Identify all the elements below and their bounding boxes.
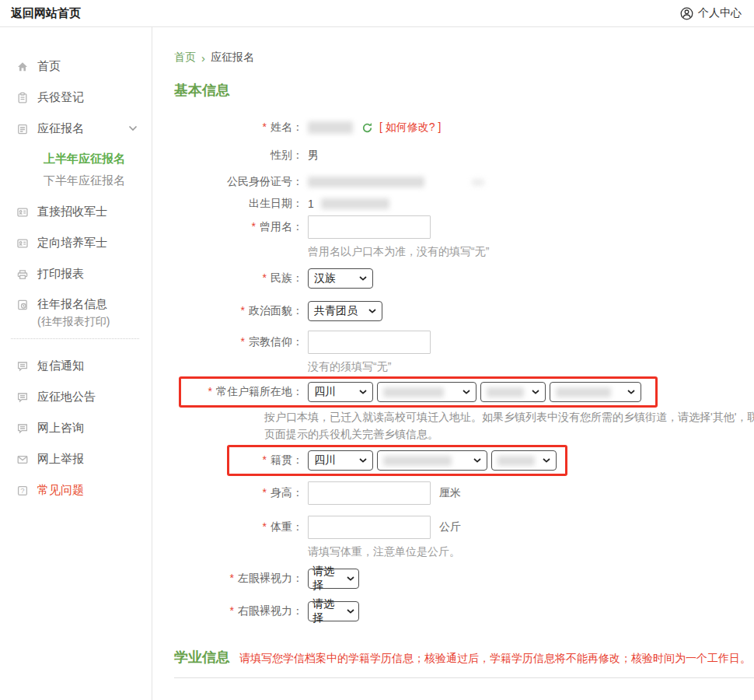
user-center-link[interactable]: 个人中心: [680, 6, 742, 20]
chevron-down-icon: [347, 576, 354, 581]
form-row-weight: *体重： 公斤: [174, 516, 754, 539]
ethnicity-selected-value: 汉族: [314, 271, 336, 285]
chevron-down-icon: [463, 390, 470, 394]
gender-label: 性别：: [174, 149, 303, 163]
printer-icon: [16, 268, 29, 281]
sidebar-item-label: 首页: [37, 59, 61, 74]
weight-input[interactable]: [308, 516, 431, 539]
back-home-link[interactable]: 返回网站首页: [11, 6, 81, 21]
sidebar-item-online-report[interactable]: 网上举报: [0, 451, 152, 467]
sidebar-item-label: 兵役登记: [37, 90, 84, 105]
form-row-residence: *常住户籍所在地： 四川: [174, 382, 754, 402]
left-vision-label: *左眼裸视力：: [174, 572, 303, 586]
political-status-selected-value: 共青团员: [314, 304, 358, 318]
breadcrumb: 首页 › 应征报名: [174, 51, 754, 65]
sidebar-item-label: 网上举报: [37, 452, 84, 467]
sidebar-item-label: 短信通知: [37, 359, 84, 373]
right-vision-select[interactable]: 请选择: [308, 601, 359, 621]
chevron-down-icon: [627, 390, 635, 394]
sidebar-item-sms-notice[interactable]: 短信通知: [0, 358, 152, 374]
height-label: *身高：: [174, 486, 303, 500]
sidebar-subitem-second-half-signup[interactable]: 下半年应征报名: [0, 173, 152, 188]
chat-bubble-icon: [16, 391, 29, 404]
clipboard-icon: [16, 92, 29, 104]
former-name-label: *曾用名：: [174, 220, 303, 234]
section-title-basic-info: 基本信息: [174, 81, 754, 100]
chat-bubble-icon: [16, 360, 29, 373]
form-row-height: *身高： 厘米: [174, 481, 754, 505]
chevron-down-icon: [543, 458, 550, 463]
native-place-label: *籍贯：: [174, 453, 303, 467]
sidebar-item-targeted-training-nco[interactable]: 定向培养军士: [0, 235, 152, 251]
residence-province-value: 四川: [314, 385, 336, 399]
left-vision-select[interactable]: 请选择: [308, 569, 359, 589]
sidebar: 首页 兵役登记 应征报名 上半年应征报名 下半年应征报名: [0, 27, 152, 700]
id-number-label: 公民身份证号：: [174, 175, 303, 189]
right-vision-placeholder: 请选择: [312, 597, 342, 625]
name-label: *姓名：: [174, 121, 303, 135]
sidebar-item-direct-recruit-nco[interactable]: 直接招收军士: [0, 204, 152, 220]
required-mark: *: [263, 121, 267, 133]
height-unit: 厘米: [439, 486, 461, 500]
sidebar-item-label: 应征地公告: [37, 390, 96, 404]
birth-date-label: 出生日期：: [174, 197, 303, 211]
religion-input[interactable]: [308, 331, 431, 354]
sidebar-item-previous-signup-info[interactable]: 往年报名信息 (往年报表打印): [0, 297, 152, 329]
how-to-modify-link[interactable]: [ 如何修改? ]: [379, 121, 441, 135]
history-document-icon: [16, 299, 29, 311]
question-icon: ?: [16, 485, 29, 497]
top-bar: 返回网站首页 个人中心: [0, 0, 754, 27]
redacted-id-value: [308, 177, 424, 187]
envelope-icon: [16, 453, 29, 466]
form-row-gender: 性别： 男: [174, 149, 754, 163]
ethnicity-label: *民族：: [174, 271, 303, 285]
sidebar-item-local-notice[interactable]: 应征地公告: [0, 389, 152, 405]
id-card-icon: [16, 237, 29, 250]
former-name-input[interactable]: [308, 215, 431, 239]
chevron-down-icon: [359, 458, 367, 463]
document-icon: [16, 123, 29, 135]
height-input[interactable]: [308, 481, 431, 505]
redacted-city-value: [383, 456, 452, 466]
sidebar-item-home[interactable]: 首页: [0, 58, 152, 75]
form-row-political-status: *政治面貌： 共青团员: [174, 301, 754, 321]
residence-county-select[interactable]: [480, 382, 546, 402]
form-row-birth-date: 出生日期： 1: [174, 197, 754, 211]
refresh-icon[interactable]: [361, 122, 373, 134]
former-name-hint: 曾用名以户口本为准，没有的填写“无”: [308, 245, 754, 259]
residence-label: *常住户籍所在地：: [174, 385, 303, 399]
residence-city-select[interactable]: [377, 382, 476, 402]
native-place-city-select[interactable]: [377, 450, 487, 471]
left-vision-placeholder: 请选择: [312, 565, 342, 593]
sidebar-item-label: 直接招收军士: [37, 205, 107, 219]
sidebar-item-service-register[interactable]: 兵役登记: [0, 89, 152, 106]
gender-value: 男: [308, 149, 319, 163]
sidebar-item-label: 常见问题: [37, 483, 84, 498]
sidebar-item-enlist-signup[interactable]: 应征报名: [0, 121, 152, 137]
sidebar-item-faq[interactable]: ? 常见问题: [0, 482, 152, 499]
sidebar-item-print-report[interactable]: 打印报表: [0, 266, 152, 282]
chevron-down-icon: [368, 309, 376, 313]
form-row-religion: *宗教信仰：: [174, 331, 754, 354]
sidebar-item-sublabel: (往年报表打印): [37, 315, 110, 329]
redacted-id-fragment: [472, 179, 484, 186]
sidebar-item-label: 打印报表: [37, 267, 84, 282]
ethnicity-select[interactable]: 汉族: [308, 268, 373, 289]
chevron-down-icon: [359, 390, 367, 394]
chat-bubble-icon: [16, 422, 29, 435]
chevron-down-icon[interactable]: [128, 125, 138, 131]
sidebar-subitem-first-half-signup[interactable]: 上半年应征报名: [0, 152, 152, 166]
id-card-icon: [16, 206, 29, 219]
breadcrumb-home-link[interactable]: 首页: [174, 51, 196, 65]
right-vision-label: *右眼裸视力：: [174, 604, 303, 618]
native-place-province-select[interactable]: 四川: [308, 450, 373, 471]
residence-province-select[interactable]: 四川: [308, 382, 373, 402]
native-place-county-select[interactable]: [491, 450, 557, 471]
chevron-down-icon: [347, 609, 354, 614]
political-status-label: *政治面貌：: [174, 304, 303, 318]
residence-town-select[interactable]: [550, 382, 641, 402]
sidebar-item-online-consult[interactable]: 网上咨询: [0, 420, 152, 436]
political-status-select[interactable]: 共青团员: [308, 301, 382, 321]
sidebar-item-label: 往年报名信息: [37, 297, 110, 312]
main-content: 首页 › 应征报名 基本信息 *姓名： [ 如何修改? ] 性别： 男 公民身份…: [152, 27, 754, 700]
